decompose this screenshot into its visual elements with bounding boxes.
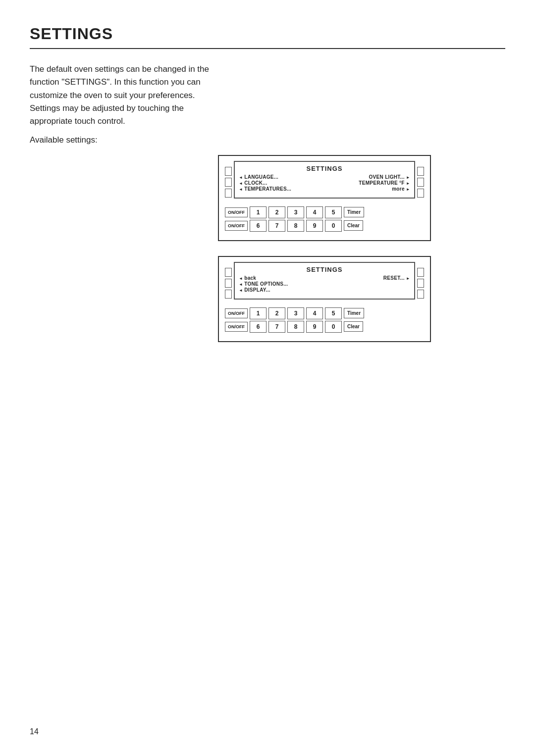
panel1-key-2[interactable]: 2 bbox=[268, 206, 285, 218]
side-btn-2r3[interactable] bbox=[417, 290, 424, 299]
side-buttons-right-2 bbox=[417, 262, 424, 304]
panel1-clear-button[interactable]: Clear bbox=[344, 220, 363, 231]
panel1-clock: CLOCK... bbox=[244, 180, 267, 186]
panel1-onoff-1[interactable]: ON/OFF bbox=[225, 207, 248, 217]
side-btn-3[interactable] bbox=[225, 189, 232, 198]
panel2-onoff-1[interactable]: ON/OFF bbox=[225, 308, 248, 318]
panel2-timer-button[interactable]: Timer bbox=[344, 308, 364, 318]
panel1-key-3[interactable]: 3 bbox=[287, 206, 304, 218]
panel2-row3-left[interactable]: DISPLAY... bbox=[239, 287, 288, 293]
panel1-onoff-2[interactable]: ON/OFF bbox=[225, 221, 248, 231]
panel1-row3-left[interactable]: TEMPERATURES... bbox=[239, 186, 291, 192]
panel2-tone: TONE OPTIONS... bbox=[244, 281, 288, 287]
page-title: SETTINGS bbox=[30, 25, 505, 43]
panel1-temps: TEMPERATURES... bbox=[244, 186, 291, 192]
panel1-key-1[interactable]: 1 bbox=[250, 206, 267, 218]
side-btn-2r2[interactable] bbox=[417, 279, 424, 288]
side-btn-2r1[interactable] bbox=[417, 268, 424, 277]
arrow-right-icon bbox=[406, 180, 410, 186]
panel2-row2-left[interactable]: TONE OPTIONS... bbox=[239, 281, 288, 287]
panel1-timer-button[interactable]: Timer bbox=[344, 207, 364, 217]
panel2-onoff-2[interactable]: ON/OFF bbox=[225, 322, 248, 332]
panel1-key-8[interactable]: 8 bbox=[287, 220, 304, 232]
panel1-keypad-row2: ON/OFF 6 7 8 9 0 Clear bbox=[225, 220, 424, 232]
panel2-keypad-row1: ON/OFF 1 2 3 4 5 Timer bbox=[225, 307, 424, 319]
panel1-key-5[interactable]: 5 bbox=[325, 206, 342, 218]
panel1-keypad-row1: ON/OFF 1 2 3 4 5 Timer bbox=[225, 206, 424, 218]
panel1-more: more bbox=[392, 186, 405, 192]
panel2-key-5[interactable]: 5 bbox=[325, 307, 342, 319]
panel1-key-4[interactable]: 4 bbox=[306, 206, 323, 218]
side-btn-2[interactable] bbox=[225, 178, 232, 187]
side-btn-2l1[interactable] bbox=[225, 268, 232, 277]
panel1-key-0[interactable]: 0 bbox=[325, 220, 342, 232]
panel2-key-9[interactable]: 9 bbox=[306, 321, 323, 333]
side-buttons-right-1 bbox=[417, 161, 424, 203]
arrow-right-icon bbox=[406, 275, 410, 281]
panel1-row1-right[interactable]: OVEN LIGHT... bbox=[369, 174, 410, 180]
panel2-key-6[interactable]: 6 bbox=[250, 321, 267, 333]
panel2-key-1[interactable]: 1 bbox=[250, 307, 267, 319]
panel1-oven-light: OVEN LIGHT... bbox=[369, 174, 405, 180]
panel1-key-6[interactable]: 6 bbox=[250, 220, 267, 232]
panel2-title: SETTINGS bbox=[239, 266, 410, 273]
panel2-key-2[interactable]: 2 bbox=[268, 307, 285, 319]
panel2-clear-button[interactable]: Clear bbox=[344, 321, 363, 332]
side-btn-r2[interactable] bbox=[417, 178, 424, 187]
panel2-key-3[interactable]: 3 bbox=[287, 307, 304, 319]
panel1-key-9[interactable]: 9 bbox=[306, 220, 323, 232]
panel2-row1-right[interactable]: RESET... bbox=[383, 275, 410, 281]
arrow-right-icon bbox=[406, 186, 410, 192]
arrow-left-icon bbox=[239, 174, 243, 180]
side-btn-2l2[interactable] bbox=[225, 279, 232, 288]
settings-panel-1: SETTINGS LANGUAGE... CLOCK... bbox=[218, 155, 431, 241]
arrow-left-icon bbox=[239, 275, 243, 281]
panel1-lang: LANGUAGE... bbox=[244, 174, 278, 180]
panel1-row1-left[interactable]: LANGUAGE... bbox=[239, 174, 291, 180]
panel1-row3-right[interactable]: more bbox=[392, 186, 410, 192]
title-divider bbox=[30, 48, 505, 49]
panel1-temp-f: TEMPERATURE °F bbox=[359, 180, 404, 186]
side-btn-1[interactable] bbox=[225, 167, 232, 176]
panel2-back: back bbox=[244, 275, 256, 281]
panel2-row1-left[interactable]: back bbox=[239, 275, 288, 281]
arrow-left-icon bbox=[239, 287, 243, 293]
settings-panel-2: SETTINGS back TONE OPTIONS... bbox=[218, 256, 431, 342]
side-buttons-left-1 bbox=[225, 161, 232, 203]
side-btn-2l3[interactable] bbox=[225, 290, 232, 299]
panel2-key-7[interactable]: 7 bbox=[268, 321, 285, 333]
panel2-keypad-row2: ON/OFF 6 7 8 9 0 Clear bbox=[225, 321, 424, 333]
page-number: 14 bbox=[30, 727, 39, 736]
arrow-left-icon bbox=[239, 281, 243, 287]
panel1-title: SETTINGS bbox=[239, 165, 410, 172]
side-buttons-left-2 bbox=[225, 262, 232, 304]
arrow-left-icon bbox=[239, 180, 243, 186]
arrow-left-icon bbox=[239, 186, 243, 192]
panel2-key-8[interactable]: 8 bbox=[287, 321, 304, 333]
side-btn-r1[interactable] bbox=[417, 167, 424, 176]
panel2-reset: RESET... bbox=[383, 275, 405, 281]
panel1-key-7[interactable]: 7 bbox=[268, 220, 285, 232]
panel2-display: DISPLAY... bbox=[244, 287, 270, 293]
panel1-row2-right[interactable]: TEMPERATURE °F bbox=[359, 180, 410, 186]
panel2-key-4[interactable]: 4 bbox=[306, 307, 323, 319]
panel1-row2-left[interactable]: CLOCK... bbox=[239, 180, 291, 186]
panel2-key-0[interactable]: 0 bbox=[325, 321, 342, 333]
available-label: Available settings: bbox=[30, 135, 505, 145]
side-btn-r3[interactable] bbox=[417, 189, 424, 198]
description-text: The default oven settings can be changed… bbox=[30, 63, 218, 128]
arrow-right-icon bbox=[406, 174, 410, 180]
